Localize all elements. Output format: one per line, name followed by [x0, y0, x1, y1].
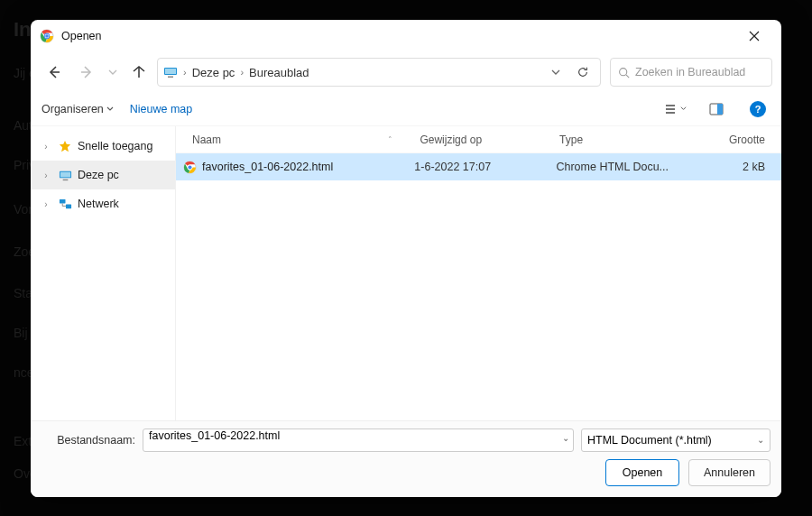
chevron-down-icon[interactable]: ⌄: [562, 433, 569, 443]
file-size: 2 kB: [698, 161, 774, 173]
command-row: Organiseren Nieuwe map ?: [31, 92, 781, 126]
svg-rect-6: [168, 77, 173, 78]
dialog-footer: Bestandsnaam: favorites_01-06-2022.html …: [31, 420, 781, 497]
sort-indicator-icon: ˄: [388, 135, 392, 144]
chevron-right-icon: ›: [181, 67, 189, 78]
forward-button[interactable]: [72, 58, 101, 87]
svg-point-7: [620, 68, 627, 75]
back-button[interactable]: [40, 58, 69, 87]
search-placeholder: Zoeken in Bureaublad: [635, 66, 745, 78]
filename-input[interactable]: favorites_01-06-2022.html ⌄: [143, 428, 574, 452]
new-folder-button[interactable]: Nieuwe map: [130, 103, 192, 115]
file-modified: 1-6-2022 17:07: [414, 161, 556, 173]
chrome-icon: [40, 29, 54, 43]
chevron-down-icon: ⌄: [757, 435, 764, 445]
chevron-down-icon: [551, 68, 560, 77]
svg-point-3: [45, 34, 49, 38]
sidebar-item-label: Netwerk: [78, 198, 119, 210]
breadcrumb-item[interactable]: Deze pc: [192, 66, 235, 79]
preview-pane-icon: [709, 103, 724, 115]
column-type[interactable]: Type: [559, 134, 699, 146]
svg-rect-13: [59, 198, 65, 203]
column-name[interactable]: Naam: [192, 134, 221, 146]
network-icon: [58, 197, 72, 211]
sidebar-item-this-pc[interactable]: › Deze pc: [31, 161, 175, 189]
chevron-right-icon: ›: [40, 199, 52, 209]
breadcrumb-item[interactable]: Bureaublad: [249, 66, 309, 79]
svg-rect-12: [62, 179, 68, 180]
help-button[interactable]: ?: [745, 97, 770, 121]
file-row[interactable]: favorites_01-06-2022.html 1-6-2022 17:07…: [176, 153, 781, 180]
file-name: favorites_01-06-2022.html: [202, 161, 333, 173]
svg-point-17: [188, 165, 191, 169]
up-button[interactable]: [125, 58, 153, 87]
sidebar-item-label: Deze pc: [78, 169, 119, 181]
file-list: Naam ˄ Gewijzigd op Type Grootte: [175, 126, 781, 420]
recent-dropdown[interactable]: [105, 58, 121, 87]
chevron-down-icon: [106, 106, 114, 113]
file-type-filter[interactable]: HTML Document (*.html) ⌄: [581, 428, 770, 452]
svg-rect-9: [717, 104, 723, 115]
filter-value: HTML Document (*.html): [587, 434, 712, 447]
arrow-left-icon: [47, 65, 61, 79]
column-headers[interactable]: Naam ˄ Gewijzigd op Type Grootte: [176, 126, 781, 153]
svg-rect-5: [165, 69, 176, 74]
chevron-right-icon: ›: [40, 170, 52, 180]
monitor-icon: [58, 168, 72, 182]
close-button[interactable]: [736, 22, 772, 51]
search-icon: [618, 67, 630, 78]
svg-rect-14: [65, 204, 70, 208]
chevron-right-icon: ›: [238, 67, 245, 78]
open-dialog: Openen › Deze pc › Bureaublad: [31, 20, 781, 497]
path-dropdown[interactable]: [544, 60, 567, 84]
svg-rect-11: [60, 171, 69, 177]
chevron-right-icon: ›: [40, 142, 52, 152]
sidebar-item-label: Snelle toegang: [78, 140, 152, 152]
refresh-button[interactable]: [571, 60, 595, 84]
breadcrumb[interactable]: › Deze pc › Bureaublad: [157, 58, 601, 87]
view-mode-button[interactable]: [662, 97, 687, 121]
sidebar: › Snelle toegang › Deze pc › Netwerk: [31, 126, 175, 420]
open-button[interactable]: Openen: [605, 459, 679, 486]
dialog-title: Openen: [61, 30, 101, 42]
help-icon: ?: [750, 101, 766, 117]
organize-menu[interactable]: Organiseren: [42, 103, 114, 115]
arrow-up-icon: [132, 65, 146, 79]
close-icon: [749, 31, 760, 41]
sidebar-item-network[interactable]: › Netwerk: [31, 189, 175, 218]
this-pc-icon: [163, 65, 178, 79]
navigation-row: › Deze pc › Bureaublad Zoeken in Bureaub…: [31, 52, 781, 92]
titlebar: Openen: [31, 20, 781, 52]
column-modified[interactable]: Gewijzigd op: [420, 134, 559, 146]
search-input[interactable]: Zoeken in Bureaublad: [610, 58, 772, 87]
sidebar-item-quick-access[interactable]: › Snelle toegang: [31, 132, 175, 161]
chrome-file-icon: [183, 161, 197, 174]
preview-pane-button[interactable]: [704, 97, 729, 121]
arrow-right-icon: [79, 65, 94, 79]
organize-label: Organiseren: [42, 103, 104, 115]
list-view-icon: [664, 102, 678, 116]
chevron-down-icon: [680, 106, 687, 112]
star-icon: [58, 139, 72, 153]
filename-label: Bestandsnaam:: [42, 434, 135, 447]
column-size[interactable]: Grootte: [699, 134, 774, 146]
cancel-button[interactable]: Annuleren: [688, 459, 770, 486]
chevron-down-icon: [108, 68, 117, 77]
refresh-icon: [577, 66, 589, 78]
file-type: Chrome HTML Docu...: [556, 161, 697, 173]
filename-value: favorites_01-06-2022.html: [149, 429, 280, 442]
